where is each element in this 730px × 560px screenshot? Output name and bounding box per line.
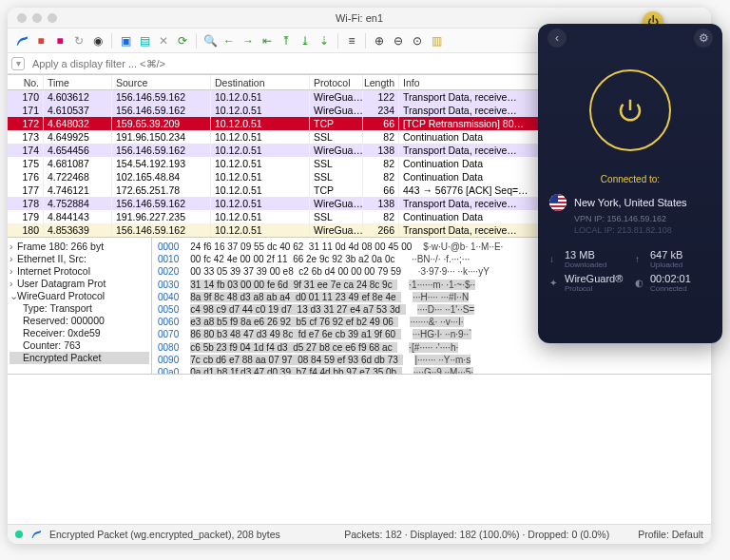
statusbar: Encrypted Packet (wg.encrypted_packet), … <box>8 524 711 544</box>
go-prev-icon[interactable]: ← <box>221 32 238 49</box>
vpn-panel: ‹ ⚙ Connected to: New York, United State… <box>538 24 722 343</box>
tree-item[interactable]: Receiver: 0xde59 <box>10 327 149 339</box>
options-icon[interactable]: ◉ <box>89 32 106 49</box>
tree-item[interactable]: ›Ethernet II, Src: <box>10 253 149 265</box>
go-jump-icon[interactable]: ⇤ <box>259 32 276 49</box>
zoom-reset-icon[interactable]: ⊙ <box>409 32 426 49</box>
restart-icon[interactable]: ↻ <box>70 32 87 49</box>
tree-item[interactable]: Type: Transport <box>10 302 149 315</box>
fin-icon[interactable] <box>13 32 30 49</box>
vpn-local-ip-label: LOCAL IP: 213.81.82.108 <box>574 224 711 236</box>
protocol-icon: ✦ <box>549 278 559 288</box>
clock-icon: ◐ <box>635 278 644 288</box>
save-file-icon[interactable]: ▤ <box>136 32 153 49</box>
zoom-out-icon[interactable]: ⊖ <box>390 32 407 49</box>
record-start-icon[interactable]: ■ <box>32 32 49 49</box>
vpn-duration-stat: ◐00:02:01Connected <box>635 273 711 293</box>
download-icon: ↓ <box>549 254 559 264</box>
vpn-ip-label: VPN IP: 156.146.59.162 <box>574 213 711 224</box>
vpn-location-text: New York, United States <box>574 197 687 208</box>
close-file-icon[interactable]: ✕ <box>155 32 172 49</box>
col-source[interactable]: Source <box>112 75 211 89</box>
empty-area <box>8 375 711 524</box>
vpn-back-button[interactable]: ‹ <box>548 29 567 48</box>
window-title: Wi-Fi: en1 <box>8 12 711 24</box>
colorize-icon[interactable]: ≡ <box>343 32 360 49</box>
vpn-download-stat: ↓13 MBDownloaded <box>549 249 625 269</box>
status-packets-label: Packets: 182 · Displayed: 182 (100.0%) ·… <box>344 529 609 540</box>
bookmark-filter-icon[interactable]: ▾ <box>11 57 25 70</box>
status-profile-label[interactable]: Profile: Default <box>638 529 703 540</box>
tree-item[interactable]: Encrypted Packet <box>10 352 149 364</box>
vpn-upload-stat: ↑647 kBUploaded <box>635 249 711 269</box>
tree-item[interactable]: ›Frame 180: 266 byt <box>10 241 149 253</box>
go-next-icon[interactable]: → <box>240 32 257 49</box>
col-length[interactable]: Length <box>363 75 399 89</box>
vpn-settings-icon[interactable]: ⚙ <box>694 29 713 48</box>
tree-item[interactable]: Reserved: 000000 <box>10 315 149 327</box>
col-time[interactable]: Time <box>44 75 112 89</box>
col-protocol[interactable]: Protocol <box>310 75 363 89</box>
go-first-icon[interactable]: ⤒ <box>278 32 295 49</box>
zoom-in-icon[interactable]: ⊕ <box>371 32 388 49</box>
go-last-icon[interactable]: ⤓ <box>297 32 314 49</box>
upload-icon: ↑ <box>635 254 644 264</box>
find-icon[interactable]: 🔍 <box>202 32 219 49</box>
status-bytes-label: Encrypted Packet (wg.encrypted_packet), … <box>49 529 280 540</box>
us-flag-icon <box>549 194 567 211</box>
vpn-protocol-stat: ✦WireGuard®Protocol <box>549 273 625 293</box>
open-folder-icon[interactable]: ▣ <box>117 32 134 49</box>
tree-item[interactable]: Counter: 763 <box>10 339 149 352</box>
reload-icon[interactable]: ⟳ <box>174 32 191 49</box>
vpn-connected-label: Connected to: <box>538 174 722 184</box>
capture-file-icon[interactable] <box>30 529 42 540</box>
col-destination[interactable]: Destination <box>211 75 310 89</box>
tree-item[interactable]: ⌄WireGuard Protocol <box>10 290 149 302</box>
packet-details-tree[interactable]: ›Frame 180: 266 byt›Ethernet II, Src:›In… <box>8 238 152 374</box>
expert-info-icon[interactable] <box>15 531 23 538</box>
vpn-power-button[interactable] <box>589 69 671 151</box>
resize-cols-icon[interactable]: ▥ <box>428 32 445 49</box>
tree-item[interactable]: ›User Datagram Prot <box>10 278 149 290</box>
tree-item[interactable]: ›Internet Protocol <box>10 265 149 278</box>
record-stop-icon[interactable]: ■ <box>51 32 68 49</box>
autoscroll-icon[interactable]: ⇣ <box>316 32 333 49</box>
vpn-location-row[interactable]: New York, United States <box>538 194 722 211</box>
col-no[interactable]: No. <box>8 75 44 89</box>
